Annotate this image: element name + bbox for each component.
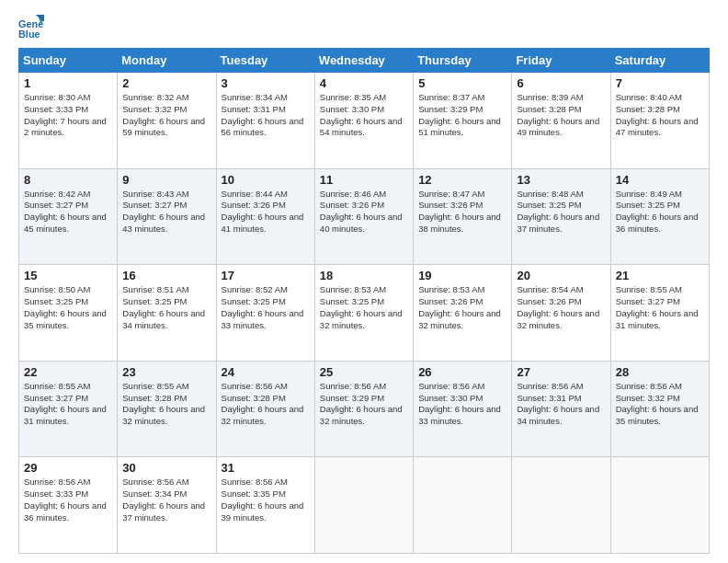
calendar-cell: 31Sunrise: 8:56 AMSunset: 3:35 PMDayligh… <box>216 457 314 554</box>
calendar-cell: 11Sunrise: 8:46 AMSunset: 3:26 PMDayligh… <box>314 168 413 265</box>
day-number: 23 <box>122 365 210 379</box>
calendar-week-row: 1Sunrise: 8:30 AMSunset: 3:33 PMDaylight… <box>19 73 710 169</box>
calendar-week-row: 22Sunrise: 8:55 AMSunset: 3:27 PMDayligh… <box>19 361 710 457</box>
cell-info: Sunrise: 8:43 AMSunset: 3:27 PMDaylight:… <box>122 189 205 234</box>
day-number: 11 <box>320 173 408 187</box>
calendar-header-wednesday: Wednesday <box>314 49 413 73</box>
day-number: 14 <box>616 173 704 187</box>
cell-info: Sunrise: 8:56 AMSunset: 3:29 PMDaylight:… <box>320 381 403 426</box>
calendar-cell: 26Sunrise: 8:56 AMSunset: 3:30 PMDayligh… <box>414 361 512 457</box>
calendar-cell: 5Sunrise: 8:37 AMSunset: 3:29 PMDaylight… <box>414 73 512 169</box>
calendar-cell: 20Sunrise: 8:54 AMSunset: 3:26 PMDayligh… <box>512 265 610 362</box>
calendar-cell <box>414 457 512 554</box>
calendar-cell <box>610 457 709 554</box>
cell-info: Sunrise: 8:54 AMSunset: 3:26 PMDaylight:… <box>517 284 599 329</box>
cell-info: Sunrise: 8:42 AMSunset: 3:27 PMDaylight:… <box>24 189 107 234</box>
day-number: 19 <box>418 269 506 282</box>
calendar-week-row: 29Sunrise: 8:56 AMSunset: 3:33 PMDayligh… <box>19 457 710 554</box>
cell-info: Sunrise: 8:55 AMSunset: 3:27 PMDaylight:… <box>616 284 699 329</box>
page: General Blue SundayMondayTuesdayWednesda… <box>0 0 728 563</box>
calendar-cell: 6Sunrise: 8:39 AMSunset: 3:28 PMDaylight… <box>512 73 610 169</box>
calendar-cell: 16Sunrise: 8:51 AMSunset: 3:25 PMDayligh… <box>118 265 216 362</box>
day-number: 20 <box>517 269 605 282</box>
cell-info: Sunrise: 8:56 AMSunset: 3:33 PMDaylight:… <box>24 477 107 522</box>
cell-info: Sunrise: 8:47 AMSunset: 3:26 PMDaylight:… <box>418 189 501 234</box>
day-number: 3 <box>222 76 310 90</box>
cell-info: Sunrise: 8:55 AMSunset: 3:27 PMDaylight:… <box>24 381 107 426</box>
day-number: 27 <box>517 365 605 379</box>
calendar-cell: 4Sunrise: 8:35 AMSunset: 3:30 PMDaylight… <box>314 73 413 169</box>
day-number: 6 <box>517 76 605 90</box>
calendar-header-saturday: Saturday <box>610 49 709 73</box>
calendar-header-thursday: Thursday <box>414 49 512 73</box>
calendar-cell: 10Sunrise: 8:44 AMSunset: 3:26 PMDayligh… <box>216 168 314 265</box>
calendar-cell: 8Sunrise: 8:42 AMSunset: 3:27 PMDaylight… <box>19 168 118 265</box>
calendar-cell: 15Sunrise: 8:50 AMSunset: 3:25 PMDayligh… <box>19 265 118 362</box>
day-number: 7 <box>616 76 704 90</box>
calendar-cell: 28Sunrise: 8:56 AMSunset: 3:32 PMDayligh… <box>610 361 709 457</box>
cell-info: Sunrise: 8:34 AMSunset: 3:31 PMDaylight:… <box>222 92 304 137</box>
calendar-cell <box>512 457 610 554</box>
cell-info: Sunrise: 8:55 AMSunset: 3:28 PMDaylight:… <box>122 381 205 426</box>
calendar-cell: 2Sunrise: 8:32 AMSunset: 3:32 PMDaylight… <box>118 73 216 169</box>
day-number: 28 <box>616 365 704 379</box>
calendar-week-row: 15Sunrise: 8:50 AMSunset: 3:25 PMDayligh… <box>19 265 710 362</box>
logo: General Blue <box>18 15 48 40</box>
calendar-cell: 12Sunrise: 8:47 AMSunset: 3:26 PMDayligh… <box>414 168 512 265</box>
calendar-cell: 22Sunrise: 8:55 AMSunset: 3:27 PMDayligh… <box>19 361 118 457</box>
calendar-header-tuesday: Tuesday <box>216 49 314 73</box>
cell-info: Sunrise: 8:52 AMSunset: 3:25 PMDaylight:… <box>222 284 304 329</box>
cell-info: Sunrise: 8:30 AMSunset: 3:33 PMDaylight:… <box>24 92 107 137</box>
calendar-cell: 27Sunrise: 8:56 AMSunset: 3:31 PMDayligh… <box>512 361 610 457</box>
day-number: 13 <box>517 173 605 187</box>
cell-info: Sunrise: 8:37 AMSunset: 3:29 PMDaylight:… <box>418 92 501 137</box>
cell-info: Sunrise: 8:56 AMSunset: 3:31 PMDaylight:… <box>517 381 599 426</box>
day-number: 16 <box>122 269 210 282</box>
day-number: 10 <box>222 173 310 187</box>
calendar-cell: 25Sunrise: 8:56 AMSunset: 3:29 PMDayligh… <box>314 361 413 457</box>
calendar-cell: 19Sunrise: 8:53 AMSunset: 3:26 PMDayligh… <box>414 265 512 362</box>
cell-info: Sunrise: 8:56 AMSunset: 3:32 PMDaylight:… <box>616 381 699 426</box>
calendar-table: SundayMondayTuesdayWednesdayThursdayFrid… <box>18 48 710 554</box>
day-number: 29 <box>24 461 112 475</box>
cell-info: Sunrise: 8:51 AMSunset: 3:25 PMDaylight:… <box>122 284 205 329</box>
day-number: 1 <box>24 76 112 90</box>
calendar-cell: 24Sunrise: 8:56 AMSunset: 3:28 PMDayligh… <box>216 361 314 457</box>
calendar-cell: 3Sunrise: 8:34 AMSunset: 3:31 PMDaylight… <box>216 73 314 169</box>
calendar-header-friday: Friday <box>512 49 610 73</box>
cell-info: Sunrise: 8:56 AMSunset: 3:34 PMDaylight:… <box>122 477 205 522</box>
day-number: 31 <box>222 461 310 475</box>
day-number: 9 <box>122 173 210 187</box>
calendar-header-monday: Monday <box>118 49 216 73</box>
cell-info: Sunrise: 8:53 AMSunset: 3:25 PMDaylight:… <box>320 284 403 329</box>
cell-info: Sunrise: 8:46 AMSunset: 3:26 PMDaylight:… <box>320 189 403 234</box>
svg-text:Blue: Blue <box>18 29 40 40</box>
calendar-cell: 30Sunrise: 8:56 AMSunset: 3:34 PMDayligh… <box>118 457 216 554</box>
calendar-cell: 13Sunrise: 8:48 AMSunset: 3:25 PMDayligh… <box>512 168 610 265</box>
day-number: 30 <box>122 461 210 475</box>
calendar-header-sunday: Sunday <box>19 49 118 73</box>
cell-info: Sunrise: 8:50 AMSunset: 3:25 PMDaylight:… <box>24 284 107 329</box>
calendar-cell: 9Sunrise: 8:43 AMSunset: 3:27 PMDaylight… <box>118 168 216 265</box>
day-number: 18 <box>320 269 408 282</box>
cell-info: Sunrise: 8:53 AMSunset: 3:26 PMDaylight:… <box>418 284 501 329</box>
cell-info: Sunrise: 8:56 AMSunset: 3:35 PMDaylight:… <box>222 477 304 522</box>
calendar-cell: 18Sunrise: 8:53 AMSunset: 3:25 PMDayligh… <box>314 265 413 362</box>
cell-info: Sunrise: 8:40 AMSunset: 3:28 PMDaylight:… <box>616 92 699 137</box>
calendar-cell: 21Sunrise: 8:55 AMSunset: 3:27 PMDayligh… <box>610 265 709 362</box>
cell-info: Sunrise: 8:32 AMSunset: 3:32 PMDaylight:… <box>122 92 205 137</box>
day-number: 4 <box>320 76 408 90</box>
calendar-cell: 29Sunrise: 8:56 AMSunset: 3:33 PMDayligh… <box>19 457 118 554</box>
calendar-cell: 23Sunrise: 8:55 AMSunset: 3:28 PMDayligh… <box>118 361 216 457</box>
day-number: 15 <box>24 269 112 282</box>
day-number: 12 <box>418 173 506 187</box>
cell-info: Sunrise: 8:56 AMSunset: 3:30 PMDaylight:… <box>418 381 501 426</box>
day-number: 24 <box>222 365 310 379</box>
day-number: 26 <box>418 365 506 379</box>
calendar-cell: 14Sunrise: 8:49 AMSunset: 3:25 PMDayligh… <box>610 168 709 265</box>
calendar-cell: 1Sunrise: 8:30 AMSunset: 3:33 PMDaylight… <box>19 73 118 169</box>
logo-icon: General Blue <box>18 15 44 40</box>
header: General Blue <box>18 15 710 40</box>
day-number: 8 <box>24 173 112 187</box>
day-number: 17 <box>222 269 310 282</box>
